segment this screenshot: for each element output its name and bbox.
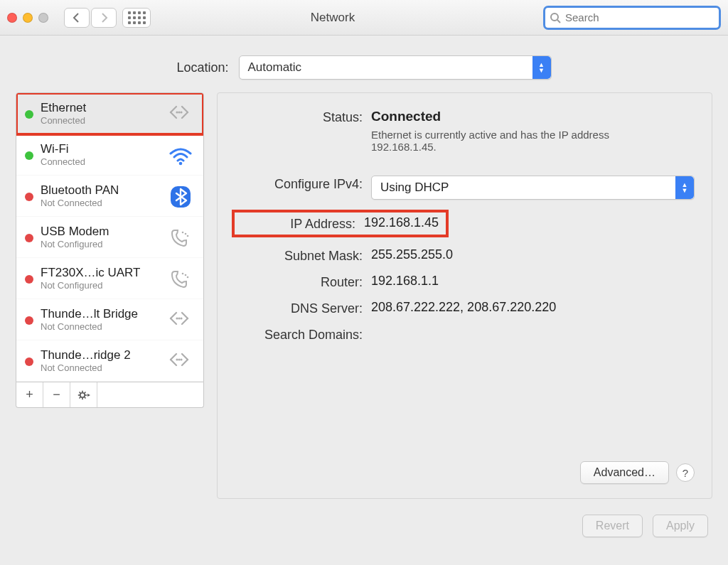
svg-line-9 — [84, 392, 85, 393]
remove-interface-button[interactable]: − — [43, 382, 70, 407]
interface-text: EthernetConnected — [41, 101, 158, 126]
interface-item[interactable]: FT230X…ic UARTNot Configured — [16, 258, 203, 299]
configure-ipv4-selected: Using DHCP — [380, 181, 449, 195]
window-title: Network — [156, 11, 537, 25]
interface-substatus: Not Connected — [41, 362, 158, 373]
forward-button[interactable] — [91, 8, 117, 28]
configure-ipv4-dropdown[interactable]: Using DHCP ▲▼ — [371, 176, 695, 200]
svg-point-2 — [80, 392, 84, 397]
phone-icon — [165, 225, 196, 250]
interface-item[interactable]: Thunde…lt BridgeNot Connected — [16, 299, 203, 340]
main-content: EthernetConnectedWi-FiConnectedBluetooth… — [0, 92, 728, 499]
interface-name: Wi-Fi — [41, 142, 158, 156]
interface-name: Thunde…lt Bridge — [41, 307, 158, 321]
status-row: Status: Connected Ethernet is currently … — [235, 109, 695, 153]
interface-action-button[interactable] — [70, 382, 97, 407]
detail-rows: IP Address:192.168.1.45Subnet Mask:255.2… — [235, 210, 695, 353]
zoom-window-button[interactable] — [38, 13, 48, 23]
nav-buttons — [64, 8, 151, 28]
interface-substatus: Not Configured — [41, 280, 158, 291]
interface-substatus: Not Connected — [41, 198, 158, 208]
close-window-button[interactable] — [7, 13, 17, 23]
back-button[interactable] — [64, 8, 90, 28]
interface-item[interactable]: USB ModemNot Configured — [16, 217, 203, 258]
search-input[interactable] — [564, 11, 714, 24]
interface-substatus: Not Configured — [41, 239, 158, 249]
configure-ipv4-value: Using DHCP ▲▼ — [371, 176, 695, 200]
search-field[interactable] — [543, 6, 721, 30]
status-dot-icon — [25, 357, 33, 366]
interface-text: USB ModemNot Configured — [41, 225, 158, 249]
status-value-block: Connected Ethernet is currently active a… — [371, 109, 695, 153]
detail-row-label: DNS Server: — [235, 300, 363, 316]
location-label: Location: — [176, 60, 228, 75]
interface-detail-panel: Status: Connected Ethernet is currently … — [217, 92, 712, 499]
interface-name: USB Modem — [41, 225, 158, 239]
status-dot-icon — [25, 110, 33, 119]
detail-row: Router:192.168.1.1 — [235, 274, 695, 290]
svg-line-8 — [84, 397, 85, 398]
status-value: Connected — [371, 109, 441, 124]
interface-item[interactable]: EthernetConnected — [16, 93, 203, 134]
dropdown-arrows-icon: ▲▼ — [532, 56, 551, 79]
minimize-window-button[interactable] — [23, 13, 33, 23]
phone-icon — [165, 266, 196, 291]
apply-button[interactable]: Apply — [653, 515, 708, 537]
chevron-left-icon — [73, 13, 81, 23]
dropdown-arrows-icon: ▲▼ — [675, 176, 694, 199]
grid-icon — [128, 11, 146, 24]
interface-name: Ethernet — [41, 101, 158, 115]
status-dot-icon — [25, 275, 33, 284]
interface-item[interactable]: Thunde…ridge 2Not Connected — [16, 340, 203, 382]
detail-row: Subnet Mask:255.255.255.0 — [235, 247, 695, 264]
window-controls — [7, 13, 48, 23]
status-dot-icon — [25, 234, 33, 242]
ethernet-icon — [165, 348, 196, 374]
show-all-button[interactable] — [122, 8, 151, 28]
location-row: Location: Automatic ▲▼ — [0, 36, 728, 92]
status-label: Status: — [235, 109, 363, 125]
interface-text: FT230X…ic UARTNot Configured — [41, 266, 158, 291]
interface-name: Thunde…ridge 2 — [41, 348, 158, 362]
location-value: Automatic — [248, 60, 302, 75]
status-description: Ethernet is currently active and has the… — [371, 129, 641, 153]
interface-text: Wi-FiConnected — [41, 142, 158, 167]
detail-row: IP Address:192.168.1.45 — [232, 210, 449, 237]
status-dot-icon — [25, 151, 33, 160]
interface-text: Thunde…ridge 2Not Connected — [41, 348, 158, 373]
detail-row: DNS Server:208.67.222.222, 208.67.220.22… — [235, 300, 695, 316]
interface-item[interactable]: Bluetooth PANNot Connected — [16, 176, 203, 217]
detail-row-label: Router: — [235, 274, 363, 290]
help-button[interactable]: ? — [676, 463, 695, 482]
bluetooth-icon — [165, 183, 196, 209]
detail-row-value: 208.67.222.222, 208.67.220.220 — [371, 300, 695, 315]
gear-icon — [77, 390, 90, 400]
location-dropdown[interactable]: Automatic ▲▼ — [239, 55, 552, 80]
add-interface-button[interactable]: + — [16, 382, 43, 407]
interface-list: EthernetConnectedWi-FiConnectedBluetooth… — [16, 92, 204, 382]
svg-line-1 — [557, 20, 560, 23]
configure-ipv4-row: Configure IPv4: Using DHCP ▲▼ — [235, 176, 695, 200]
wifi-icon — [165, 142, 196, 168]
status-dot-icon — [25, 316, 33, 325]
revert-button[interactable]: Revert — [582, 515, 643, 537]
advanced-button[interactable]: Advanced… — [580, 461, 669, 484]
svg-point-0 — [551, 14, 558, 21]
titlebar: Network — [0, 0, 728, 36]
ethernet-icon — [165, 307, 196, 333]
interface-sidebar: EthernetConnectedWi-FiConnectedBluetooth… — [16, 92, 204, 499]
configure-ipv4-label: Configure IPv4: — [235, 176, 363, 192]
interface-substatus: Not Connected — [41, 321, 158, 332]
interface-name: FT230X…ic UART — [41, 266, 158, 280]
status-dot-icon — [25, 193, 33, 201]
interface-item[interactable]: Wi-FiConnected — [16, 134, 203, 176]
detail-row-label: Subnet Mask: — [235, 247, 363, 264]
detail-row: Search Domains: — [235, 326, 695, 343]
detail-row-value: 192.168.1.45 — [364, 215, 439, 230]
svg-line-10 — [79, 397, 80, 398]
search-icon — [550, 12, 561, 23]
interface-name: Bluetooth PAN — [41, 183, 158, 198]
bottom-bar: Revert Apply — [0, 499, 728, 553]
interface-text: Bluetooth PANNot Connected — [41, 183, 158, 208]
interface-text: Thunde…lt BridgeNot Connected — [41, 307, 158, 332]
